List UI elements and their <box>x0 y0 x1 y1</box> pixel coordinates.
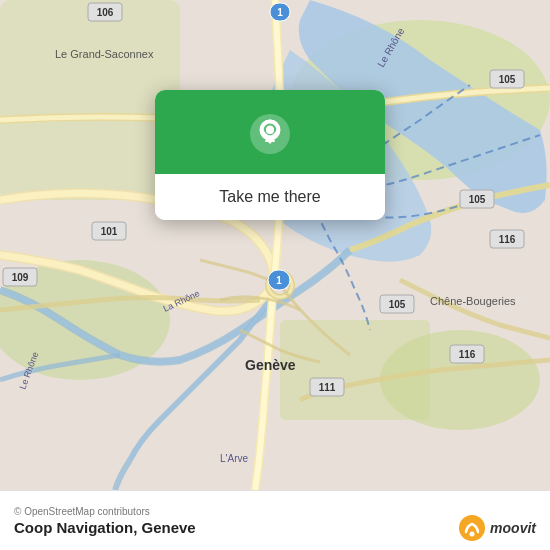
svg-rect-2 <box>0 0 180 200</box>
take-me-there-button[interactable]: Take me there <box>155 174 385 220</box>
map-background: 106 1 105 101 109 1 105 105 116 116 111 … <box>0 0 550 490</box>
popup-card: Take me there <box>155 90 385 220</box>
svg-point-41 <box>267 126 274 133</box>
svg-text:L'Arve: L'Arve <box>220 453 248 464</box>
svg-text:111: 111 <box>319 382 336 393</box>
location-pin-icon <box>248 112 292 156</box>
moovit-label: moovit <box>490 520 536 536</box>
svg-point-44 <box>470 532 475 537</box>
svg-text:1: 1 <box>277 7 283 18</box>
svg-point-43 <box>459 515 485 541</box>
svg-text:105: 105 <box>499 74 516 85</box>
svg-text:Le Grand-Saconnex: Le Grand-Saconnex <box>55 48 154 60</box>
svg-text:105: 105 <box>389 299 406 310</box>
svg-text:105: 105 <box>469 194 486 205</box>
moovit-logo: moovit <box>458 514 536 542</box>
popup-header <box>155 90 385 174</box>
svg-text:Genève: Genève <box>245 357 296 373</box>
map-container: 106 1 105 101 109 1 105 105 116 116 111 … <box>0 0 550 490</box>
svg-text:116: 116 <box>459 349 476 360</box>
svg-text:116: 116 <box>499 234 516 245</box>
svg-text:Chêne-Bougeries: Chêne-Bougeries <box>430 295 516 307</box>
moovit-icon <box>458 514 486 542</box>
svg-text:1: 1 <box>276 275 282 286</box>
bottom-bar: © OpenStreetMap contributors Coop Naviga… <box>0 490 550 550</box>
svg-text:109: 109 <box>12 272 29 283</box>
svg-text:101: 101 <box>101 226 118 237</box>
svg-text:106: 106 <box>97 7 114 18</box>
